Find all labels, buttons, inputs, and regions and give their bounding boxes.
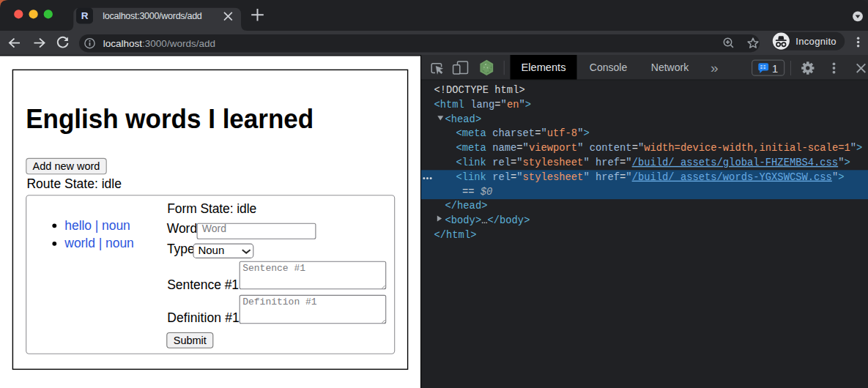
svg-text:Word: Word bbox=[202, 223, 226, 234]
svg-text:Incognito: Incognito bbox=[795, 36, 836, 47]
svg-text:Form State: idle: Form State: idle bbox=[167, 201, 256, 216]
svg-text:»: » bbox=[711, 60, 719, 75]
svg-text:<meta charset="utf-8">: <meta charset="utf-8"> bbox=[456, 128, 590, 139]
svg-text:world | noun: world | noun bbox=[64, 236, 134, 250]
svg-text:Definition #1: Definition #1 bbox=[242, 296, 317, 307]
svg-text:localhost:3000/words/add: localhost:3000/words/add bbox=[103, 11, 202, 21]
svg-text:<meta name="viewport" content=: <meta name="viewport" content="width=dev… bbox=[456, 143, 863, 154]
svg-text:Sentence #1: Sentence #1 bbox=[167, 277, 239, 292]
svg-text:hello | noun: hello | noun bbox=[64, 218, 130, 233]
svg-text:<head>: <head> bbox=[445, 114, 482, 125]
svg-text:Submit: Submit bbox=[174, 335, 207, 346]
svg-text:Definition #1: Definition #1 bbox=[167, 310, 240, 325]
svg-text:English words I learned: English words I learned bbox=[26, 104, 314, 134]
svg-text:Network: Network bbox=[651, 61, 689, 73]
svg-text:</html>: </html> bbox=[434, 230, 477, 241]
svg-text:Word: Word bbox=[167, 221, 198, 236]
svg-text:<html lang="en">: <html lang="en"> bbox=[434, 100, 532, 111]
svg-text:Noun: Noun bbox=[198, 244, 224, 256]
svg-text:localhost:3000/words/add: localhost:3000/words/add bbox=[103, 38, 215, 49]
svg-text:Elements: Elements bbox=[522, 61, 566, 73]
svg-text:Type: Type bbox=[167, 242, 195, 256]
svg-text:Console: Console bbox=[590, 61, 628, 73]
svg-text:</head>: </head> bbox=[445, 201, 488, 212]
svg-text:<link rel="stylesheet" href="/: <link rel="stylesheet" href="/build/_ass… bbox=[456, 172, 845, 183]
svg-text:<body>…</body>: <body>…</body> bbox=[445, 215, 530, 226]
svg-text:Add new word: Add new word bbox=[33, 160, 100, 172]
svg-text:Route State: idle: Route State: idle bbox=[26, 176, 122, 191]
svg-text:<link rel="stylesheet" href="/: <link rel="stylesheet" href="/build/_ass… bbox=[456, 157, 850, 168]
svg-text:== $0: == $0 bbox=[462, 187, 492, 198]
svg-text:<!DOCTYPE html>: <!DOCTYPE html> bbox=[434, 85, 525, 96]
svg-text:Sentence #1: Sentence #1 bbox=[242, 263, 305, 274]
svg-text:1: 1 bbox=[772, 63, 778, 75]
svg-text:R: R bbox=[81, 10, 89, 21]
